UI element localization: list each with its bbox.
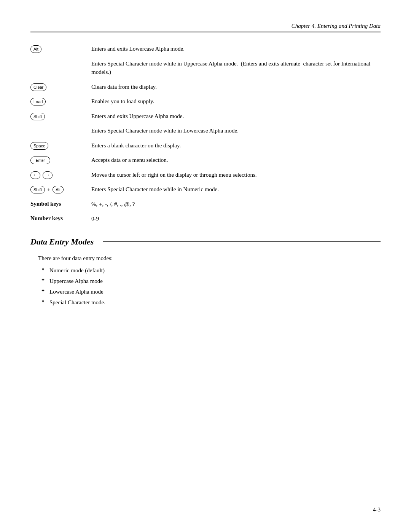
bullet-item-special: Special Character mode. xyxy=(49,298,381,307)
chapter-title: Chapter 4. Entering and Printing Data xyxy=(292,23,381,29)
key-desc-enter: Accepts data or a menu selection. xyxy=(91,156,381,165)
bullet-list: Numeric mode (default) Uppercase Alpha m… xyxy=(38,266,381,307)
key-cell-shift-alt: Shift + Alt xyxy=(30,185,91,193)
section-body: There are four data entry modes: Numeric… xyxy=(30,254,381,307)
key-cell-load: Load xyxy=(30,97,91,105)
chapter-header: Chapter 4. Entering and Printing Data xyxy=(30,23,381,32)
shift-key-2: Shift xyxy=(30,186,45,193)
key-desc-arrows: Moves the cursor left or right on the di… xyxy=(91,171,381,179)
key-row-arrows: ← → Moves the cursor left or right on th… xyxy=(30,171,381,179)
bullet-item-lowercase: Lowercase Alpha mode xyxy=(49,287,381,296)
page-number: 4-3 xyxy=(373,506,381,513)
section-title: Data Entry Modes xyxy=(30,237,100,247)
content-area: Alt Enters and exits Lowercase Alpha mod… xyxy=(30,35,381,223)
key-row-enter: Enter Accepts data or a menu selection. xyxy=(30,156,381,165)
key-row-number: Number keys 0-9 xyxy=(30,214,381,223)
key-cell-symbol: Symbol keys xyxy=(30,200,91,207)
shift-key: Shift xyxy=(30,113,45,120)
alt-key: Alt xyxy=(30,45,41,53)
key-row-special-uppercase: Enters Special Character mode while in U… xyxy=(30,59,381,77)
left-arrow-key: ← xyxy=(30,171,40,179)
key-row-space: Space Enters a blank character on the di… xyxy=(30,141,381,150)
key-cell-clear: Clear xyxy=(30,83,91,91)
key-cell-arrows: ← → xyxy=(30,171,91,179)
key-desc-special-uppercase: Enters Special Character mode while in U… xyxy=(91,59,381,77)
key-cell-empty-2 xyxy=(30,126,91,127)
load-key: Load xyxy=(30,98,46,105)
clear-key: Clear xyxy=(30,83,46,91)
section-divider xyxy=(103,241,381,242)
key-desc-alt: Enters and exits Lowercase Alpha mode. xyxy=(91,45,381,53)
number-keys-label: Number keys xyxy=(30,215,63,222)
key-desc-clear: Clears data from the display. xyxy=(91,83,381,91)
key-row-shift-alt: Shift + Alt Enters Special Character mod… xyxy=(30,185,381,194)
right-arrow-key: → xyxy=(43,171,53,179)
key-desc-number: 0-9 xyxy=(91,214,381,223)
key-desc-space: Enters a blank character on the display. xyxy=(91,141,381,150)
bullet-item-numeric: Numeric mode (default) xyxy=(49,266,381,275)
key-cell-enter: Enter xyxy=(30,156,91,164)
key-cell-alt: Alt xyxy=(30,45,91,53)
bullet-item-uppercase: Uppercase Alpha mode xyxy=(49,276,381,286)
key-cell-empty-1 xyxy=(30,59,91,60)
key-desc-symbol: %, +, -, /, #, ., @, ? xyxy=(91,200,381,209)
section-intro: There are four data entry modes: xyxy=(38,254,381,263)
page: Chapter 4. Entering and Printing Data Al… xyxy=(0,0,411,532)
key-desc-shift: Enters and exits Uppercase Alpha mode. xyxy=(91,112,381,121)
plus-symbol: + xyxy=(47,187,50,193)
key-row-special-lowercase: Enters Special Character mode while in L… xyxy=(30,126,381,135)
key-cell-number: Number keys xyxy=(30,214,91,222)
key-cell-space: Space xyxy=(30,141,91,150)
symbol-keys-label: Symbol keys xyxy=(30,201,61,207)
key-row-alt: Alt Enters and exits Lowercase Alpha mod… xyxy=(30,45,381,53)
space-key: Space xyxy=(30,142,48,150)
alt-key-2: Alt xyxy=(53,186,64,193)
section-header: Data Entry Modes xyxy=(30,237,381,247)
key-cell-shift: Shift xyxy=(30,112,91,120)
key-desc-special-lowercase: Enters Special Character mode while in L… xyxy=(91,126,381,135)
key-row-shift: Shift Enters and exits Uppercase Alpha m… xyxy=(30,112,381,121)
key-row-symbol: Symbol keys %, +, -, /, #, ., @, ? xyxy=(30,200,381,209)
key-row-clear: Clear Clears data from the display. xyxy=(30,83,381,91)
key-desc-load: Enables you to load supply. xyxy=(91,97,381,106)
enter-key: Enter xyxy=(30,157,50,164)
key-row-load: Load Enables you to load supply. xyxy=(30,97,381,106)
key-desc-shift-alt: Enters Special Character mode while in N… xyxy=(91,185,381,194)
